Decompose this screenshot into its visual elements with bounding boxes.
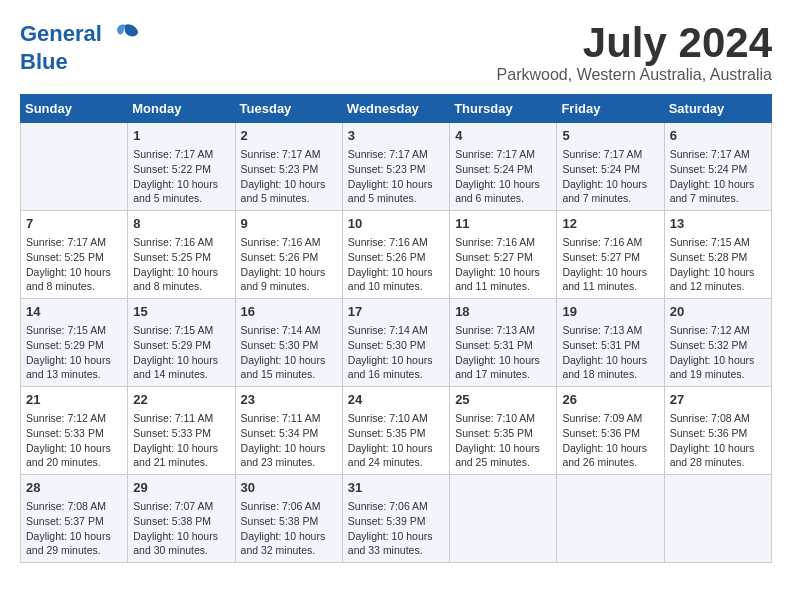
calendar-cell: 13Sunrise: 7:15 AMSunset: 5:28 PMDayligh… xyxy=(664,211,771,299)
calendar-cell: 18Sunrise: 7:13 AMSunset: 5:31 PMDayligh… xyxy=(450,299,557,387)
calendar-cell: 21Sunrise: 7:12 AMSunset: 5:33 PMDayligh… xyxy=(21,387,128,475)
day-number: 25 xyxy=(455,391,551,409)
day-number: 4 xyxy=(455,127,551,145)
calendar-cell: 22Sunrise: 7:11 AMSunset: 5:33 PMDayligh… xyxy=(128,387,235,475)
calendar-cell: 29Sunrise: 7:07 AMSunset: 5:38 PMDayligh… xyxy=(128,474,235,562)
cell-content: Sunrise: 7:17 AMSunset: 5:24 PMDaylight:… xyxy=(670,147,766,206)
calendar-header-wednesday: Wednesday xyxy=(342,95,449,123)
calendar-cell xyxy=(557,474,664,562)
calendar-header-tuesday: Tuesday xyxy=(235,95,342,123)
cell-content: Sunrise: 7:12 AMSunset: 5:33 PMDaylight:… xyxy=(26,411,122,470)
calendar-cell xyxy=(664,474,771,562)
calendar-cell: 31Sunrise: 7:06 AMSunset: 5:39 PMDayligh… xyxy=(342,474,449,562)
calendar-cell: 25Sunrise: 7:10 AMSunset: 5:35 PMDayligh… xyxy=(450,387,557,475)
calendar-cell: 2Sunrise: 7:17 AMSunset: 5:23 PMDaylight… xyxy=(235,123,342,211)
cell-content: Sunrise: 7:06 AMSunset: 5:38 PMDaylight:… xyxy=(241,499,337,558)
calendar-cell: 5Sunrise: 7:17 AMSunset: 5:24 PMDaylight… xyxy=(557,123,664,211)
calendar-header-row: SundayMondayTuesdayWednesdayThursdayFrid… xyxy=(21,95,772,123)
day-number: 12 xyxy=(562,215,658,233)
cell-content: Sunrise: 7:15 AMSunset: 5:29 PMDaylight:… xyxy=(133,323,229,382)
cell-content: Sunrise: 7:08 AMSunset: 5:37 PMDaylight:… xyxy=(26,499,122,558)
cell-content: Sunrise: 7:10 AMSunset: 5:35 PMDaylight:… xyxy=(348,411,444,470)
day-number: 18 xyxy=(455,303,551,321)
logo-line2: Blue xyxy=(20,49,68,74)
calendar-week-row: 14Sunrise: 7:15 AMSunset: 5:29 PMDayligh… xyxy=(21,299,772,387)
cell-content: Sunrise: 7:15 AMSunset: 5:29 PMDaylight:… xyxy=(26,323,122,382)
logo-line1: General xyxy=(20,21,102,46)
cell-content: Sunrise: 7:17 AMSunset: 5:25 PMDaylight:… xyxy=(26,235,122,294)
day-number: 23 xyxy=(241,391,337,409)
calendar-cell: 15Sunrise: 7:15 AMSunset: 5:29 PMDayligh… xyxy=(128,299,235,387)
calendar-week-row: 1Sunrise: 7:17 AMSunset: 5:22 PMDaylight… xyxy=(21,123,772,211)
cell-content: Sunrise: 7:16 AMSunset: 5:27 PMDaylight:… xyxy=(562,235,658,294)
title-block: July 2024 Parkwood, Western Australia, A… xyxy=(497,20,772,84)
day-number: 27 xyxy=(670,391,766,409)
calendar-header-saturday: Saturday xyxy=(664,95,771,123)
day-number: 29 xyxy=(133,479,229,497)
day-number: 21 xyxy=(26,391,122,409)
day-number: 9 xyxy=(241,215,337,233)
day-number: 13 xyxy=(670,215,766,233)
calendar-cell: 28Sunrise: 7:08 AMSunset: 5:37 PMDayligh… xyxy=(21,474,128,562)
calendar-cell: 9Sunrise: 7:16 AMSunset: 5:26 PMDaylight… xyxy=(235,211,342,299)
cell-content: Sunrise: 7:11 AMSunset: 5:34 PMDaylight:… xyxy=(241,411,337,470)
cell-content: Sunrise: 7:17 AMSunset: 5:23 PMDaylight:… xyxy=(241,147,337,206)
cell-content: Sunrise: 7:17 AMSunset: 5:24 PMDaylight:… xyxy=(562,147,658,206)
day-number: 1 xyxy=(133,127,229,145)
cell-content: Sunrise: 7:08 AMSunset: 5:36 PMDaylight:… xyxy=(670,411,766,470)
cell-content: Sunrise: 7:10 AMSunset: 5:35 PMDaylight:… xyxy=(455,411,551,470)
calendar-week-row: 21Sunrise: 7:12 AMSunset: 5:33 PMDayligh… xyxy=(21,387,772,475)
cell-content: Sunrise: 7:17 AMSunset: 5:23 PMDaylight:… xyxy=(348,147,444,206)
calendar-cell: 26Sunrise: 7:09 AMSunset: 5:36 PMDayligh… xyxy=(557,387,664,475)
cell-content: Sunrise: 7:11 AMSunset: 5:33 PMDaylight:… xyxy=(133,411,229,470)
calendar-header-friday: Friday xyxy=(557,95,664,123)
day-number: 28 xyxy=(26,479,122,497)
calendar-cell: 20Sunrise: 7:12 AMSunset: 5:32 PMDayligh… xyxy=(664,299,771,387)
day-number: 17 xyxy=(348,303,444,321)
calendar-cell: 27Sunrise: 7:08 AMSunset: 5:36 PMDayligh… xyxy=(664,387,771,475)
calendar-cell: 24Sunrise: 7:10 AMSunset: 5:35 PMDayligh… xyxy=(342,387,449,475)
day-number: 11 xyxy=(455,215,551,233)
day-number: 7 xyxy=(26,215,122,233)
day-number: 3 xyxy=(348,127,444,145)
calendar-cell: 7Sunrise: 7:17 AMSunset: 5:25 PMDaylight… xyxy=(21,211,128,299)
calendar-cell: 19Sunrise: 7:13 AMSunset: 5:31 PMDayligh… xyxy=(557,299,664,387)
cell-content: Sunrise: 7:13 AMSunset: 5:31 PMDaylight:… xyxy=(455,323,551,382)
day-number: 20 xyxy=(670,303,766,321)
cell-content: Sunrise: 7:16 AMSunset: 5:27 PMDaylight:… xyxy=(455,235,551,294)
calendar-header-monday: Monday xyxy=(128,95,235,123)
calendar-cell: 3Sunrise: 7:17 AMSunset: 5:23 PMDaylight… xyxy=(342,123,449,211)
day-number: 22 xyxy=(133,391,229,409)
subtitle: Parkwood, Western Australia, Australia xyxy=(497,66,772,84)
day-number: 10 xyxy=(348,215,444,233)
calendar-header-sunday: Sunday xyxy=(21,95,128,123)
day-number: 31 xyxy=(348,479,444,497)
calendar-week-row: 28Sunrise: 7:08 AMSunset: 5:37 PMDayligh… xyxy=(21,474,772,562)
calendar-cell: 1Sunrise: 7:17 AMSunset: 5:22 PMDaylight… xyxy=(128,123,235,211)
cell-content: Sunrise: 7:17 AMSunset: 5:22 PMDaylight:… xyxy=(133,147,229,206)
calendar-cell: 8Sunrise: 7:16 AMSunset: 5:25 PMDaylight… xyxy=(128,211,235,299)
calendar-cell: 16Sunrise: 7:14 AMSunset: 5:30 PMDayligh… xyxy=(235,299,342,387)
cell-content: Sunrise: 7:15 AMSunset: 5:28 PMDaylight:… xyxy=(670,235,766,294)
calendar-cell: 4Sunrise: 7:17 AMSunset: 5:24 PMDaylight… xyxy=(450,123,557,211)
calendar-cell: 23Sunrise: 7:11 AMSunset: 5:34 PMDayligh… xyxy=(235,387,342,475)
logo-text: General Blue xyxy=(20,20,140,74)
main-title: July 2024 xyxy=(497,20,772,66)
cell-content: Sunrise: 7:06 AMSunset: 5:39 PMDaylight:… xyxy=(348,499,444,558)
day-number: 2 xyxy=(241,127,337,145)
calendar-cell: 17Sunrise: 7:14 AMSunset: 5:30 PMDayligh… xyxy=(342,299,449,387)
calendar-week-row: 7Sunrise: 7:17 AMSunset: 5:25 PMDaylight… xyxy=(21,211,772,299)
day-number: 30 xyxy=(241,479,337,497)
day-number: 6 xyxy=(670,127,766,145)
cell-content: Sunrise: 7:12 AMSunset: 5:32 PMDaylight:… xyxy=(670,323,766,382)
cell-content: Sunrise: 7:13 AMSunset: 5:31 PMDaylight:… xyxy=(562,323,658,382)
day-number: 14 xyxy=(26,303,122,321)
calendar-cell xyxy=(21,123,128,211)
day-number: 8 xyxy=(133,215,229,233)
day-number: 24 xyxy=(348,391,444,409)
calendar-cell: 12Sunrise: 7:16 AMSunset: 5:27 PMDayligh… xyxy=(557,211,664,299)
day-number: 26 xyxy=(562,391,658,409)
day-number: 16 xyxy=(241,303,337,321)
logo-bird-icon xyxy=(110,20,140,50)
day-number: 15 xyxy=(133,303,229,321)
